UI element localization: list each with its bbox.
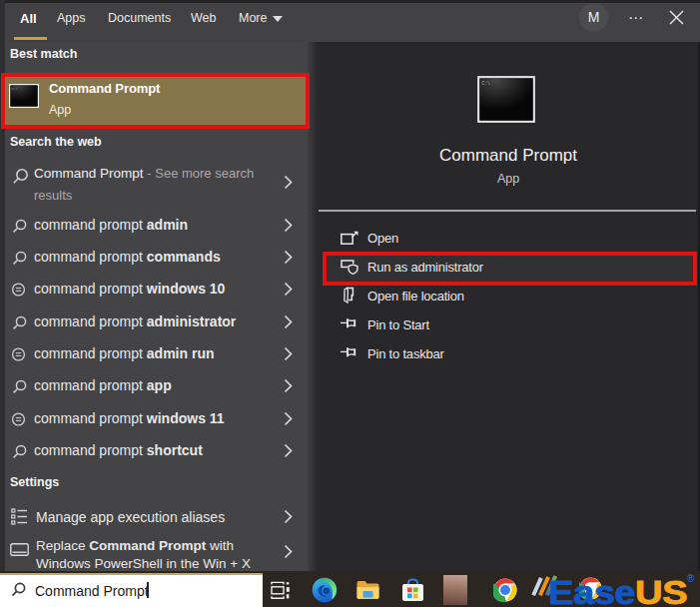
svg-text:C:\: C:\ [482, 81, 490, 86]
